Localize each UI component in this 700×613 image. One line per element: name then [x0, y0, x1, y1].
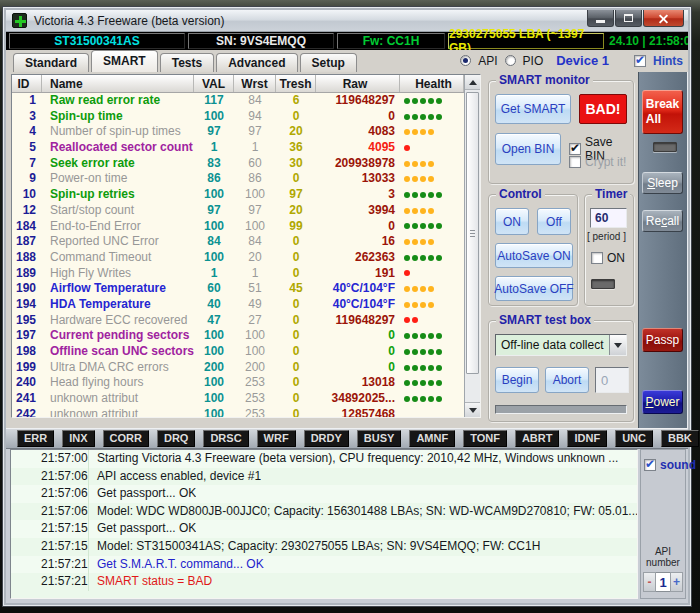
- api-number-label: API number: [641, 546, 685, 568]
- attr-val: 100: [194, 219, 234, 235]
- table-row[interactable]: 189High Fly Writes110191: [12, 266, 464, 282]
- table-row[interactable]: 4Number of spin-up times9797204083: [12, 124, 464, 140]
- spinner-minus-button[interactable]: -: [643, 572, 656, 592]
- table-scrollbar[interactable]: [464, 75, 480, 417]
- table-row[interactable]: 188Command Timeout100200262363: [12, 250, 464, 266]
- table-row[interactable]: 187Reported UNC Error8484016: [12, 234, 464, 250]
- attr-val: 100: [194, 250, 234, 266]
- log-message: Get passport... OK: [89, 520, 196, 538]
- minimize-button[interactable]: [587, 10, 614, 27]
- table-row[interactable]: 195Hardware ECC recovered47270119648297: [12, 313, 464, 329]
- pio-radio[interactable]: [505, 55, 516, 66]
- tab-advanced[interactable]: Advanced: [216, 53, 297, 72]
- log-message: Model: WDC WD800JB-00JJC0; Capacity: 156…: [89, 503, 637, 521]
- tab-standard[interactable]: Standard: [13, 53, 89, 72]
- test-select-dropdown[interactable]: Off-line data collect: [495, 334, 627, 356]
- attr-id: 10: [12, 187, 42, 203]
- table-row[interactable]: 12Start/stop count9797203994: [12, 203, 464, 219]
- attr-threshold: 99: [276, 219, 316, 235]
- table-row[interactable]: 241unknown attribut100253034892025...: [12, 391, 464, 407]
- status-flag-drq: DRQ: [157, 430, 195, 447]
- health-dot-icon: [412, 239, 418, 245]
- table-row[interactable]: 194HDA Temperature4049040°C/104°F: [12, 297, 464, 313]
- dropdown-button[interactable]: [609, 335, 626, 355]
- log-entry: 21:57:06Model: WDC WD800JB-00JJC0; Capac…: [11, 503, 637, 521]
- maximize-button[interactable]: [615, 10, 642, 27]
- crypt-it-checkbox-box[interactable]: [569, 156, 581, 168]
- close-button[interactable]: [643, 10, 684, 27]
- save-bin-checkbox-box[interactable]: [569, 143, 581, 155]
- tab-smart[interactable]: SMART: [91, 50, 158, 72]
- attr-health: [400, 93, 464, 109]
- recall-button[interactable]: Recall: [642, 210, 683, 232]
- crypt-it-checkbox[interactable]: Crypt it!: [569, 155, 626, 169]
- control-group-title: Control: [496, 187, 545, 202]
- sound-label: sound: [660, 458, 696, 472]
- health-dot-icon: [404, 114, 410, 120]
- timer-period-input[interactable]: 60: [590, 208, 627, 228]
- table-row[interactable]: 240Head flying hours100253013018: [12, 375, 464, 391]
- health-dot-icon: [420, 98, 426, 104]
- attr-name: Start/stop count: [42, 203, 194, 219]
- table-row[interactable]: 184End-to-End Error100100990: [12, 219, 464, 235]
- attr-val: 100: [194, 328, 234, 344]
- table-row[interactable]: 199Ultra DMA CRC errors20020000: [12, 360, 464, 376]
- passp-button[interactable]: Passp: [642, 328, 683, 352]
- attr-health: [400, 203, 464, 219]
- table-row[interactable]: 197Current pending sectors10010000: [12, 328, 464, 344]
- spinner-plus-button[interactable]: +: [670, 572, 683, 592]
- table-row[interactable]: 190Airflow Temperature60514540°C/104°F: [12, 281, 464, 297]
- sleep-button[interactable]: Sleep: [642, 172, 683, 194]
- table-row[interactable]: 9Power-on time8686013033: [12, 171, 464, 187]
- attr-val: 100: [194, 375, 234, 391]
- break-all-button[interactable]: Break All: [642, 90, 683, 134]
- attr-worst: 49: [234, 297, 276, 313]
- health-dot-icon: [436, 192, 442, 198]
- monitor-off-button[interactable]: Off: [537, 208, 571, 235]
- scroll-down-button[interactable]: [465, 402, 480, 417]
- attr-threshold: 0: [276, 250, 316, 266]
- hints-checkbox[interactable]: [634, 55, 646, 67]
- monitor-on-button[interactable]: ON: [495, 208, 529, 235]
- attr-raw: 13033: [316, 171, 400, 187]
- status-flag-drdy: DRDY: [304, 430, 349, 447]
- tab-list: StandardSMARTTestsAdvancedSetup: [13, 50, 359, 72]
- device-label: Device 1: [556, 53, 609, 68]
- timer-on-checkbox[interactable]: ON: [591, 251, 625, 265]
- health-dot-icon: [420, 129, 426, 135]
- table-row[interactable]: 3Spin-up time1009400: [12, 109, 464, 125]
- attr-health: [400, 281, 464, 297]
- attr-threshold: 0: [276, 407, 316, 417]
- power-button[interactable]: Power: [642, 390, 683, 414]
- table-row[interactable]: 198Offline scan UNC sectors10010000: [12, 344, 464, 360]
- table-row[interactable]: 1Raw read error rate117846119648297: [12, 93, 464, 109]
- table-row[interactable]: 242unknown attribut100253012857468: [12, 407, 464, 417]
- smart-test-title: SMART test box: [496, 313, 594, 328]
- get-smart-button[interactable]: Get SMART: [495, 94, 571, 124]
- begin-button[interactable]: Begin: [495, 367, 539, 393]
- sound-checkbox[interactable]: sound: [644, 458, 696, 472]
- attr-threshold: 0: [276, 344, 316, 360]
- autosave-off-button[interactable]: AutoSave OFF: [495, 276, 573, 301]
- scrollbar-thumb[interactable]: [466, 92, 479, 374]
- abort-button[interactable]: Abort: [545, 367, 589, 393]
- attr-raw: 4095: [316, 140, 400, 156]
- tab-setup[interactable]: Setup: [300, 53, 357, 72]
- attr-threshold: 6: [276, 93, 316, 109]
- scroll-up-button[interactable]: [465, 75, 480, 90]
- health-dot-icon: [436, 98, 442, 104]
- table-row[interactable]: 5Reallocated sector count11364095: [12, 140, 464, 156]
- attr-threshold: 0: [276, 266, 316, 282]
- attr-id: 1: [12, 93, 42, 109]
- tab-tests[interactable]: Tests: [160, 53, 214, 72]
- open-bin-button[interactable]: Open BIN: [495, 133, 561, 165]
- autosave-on-button[interactable]: AutoSave ON: [495, 243, 573, 268]
- table-row[interactable]: 10Spin-up retries100100973: [12, 187, 464, 203]
- timer-on-checkbox-box[interactable]: [591, 252, 603, 264]
- health-dot-icon: [412, 176, 418, 182]
- api-radio[interactable]: [460, 55, 471, 66]
- table-row[interactable]: 7Seek error rate836030209938978: [12, 156, 464, 172]
- drive-capacity: 2930275055 LBA (~1397 GB): [448, 33, 604, 49]
- window-title: Victoria 4.3 Freeware (beta version): [34, 14, 225, 28]
- sound-checkbox-box[interactable]: [644, 459, 656, 471]
